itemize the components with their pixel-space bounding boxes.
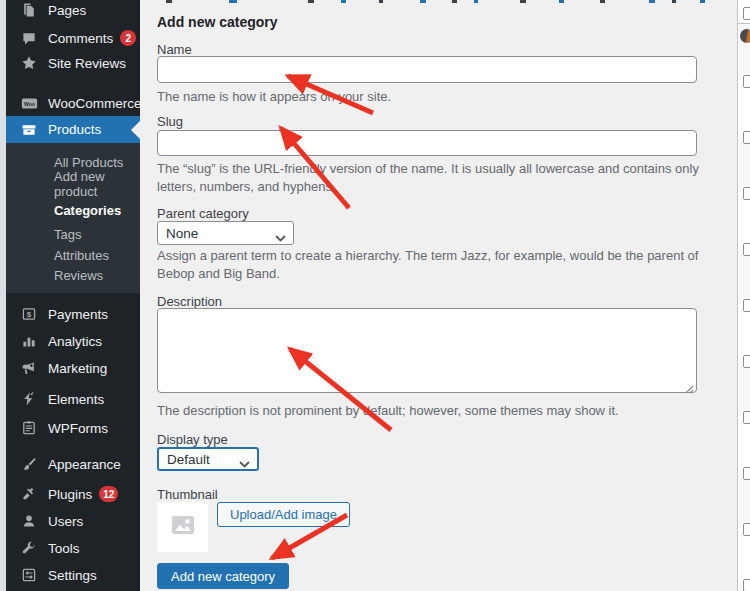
sidebar-item-users[interactable]: Users bbox=[6, 507, 140, 535]
sidebar-item-tools[interactable]: Tools bbox=[6, 534, 140, 562]
description-textarea[interactable] bbox=[157, 308, 697, 393]
active-item-notch bbox=[131, 121, 140, 139]
sidebar-item-label: Tools bbox=[48, 541, 80, 556]
clipped-text-fragment bbox=[672, 0, 676, 3]
sidebar-item-site-reviews[interactable]: Site Reviews bbox=[6, 49, 140, 77]
clipped-text-fragment bbox=[166, 0, 172, 3]
name-help-text: The name is how it appears on your site. bbox=[157, 88, 699, 106]
comments-count-badge: 2 bbox=[120, 30, 136, 46]
clipped-text-fragment bbox=[474, 0, 478, 3]
slug-help-text: The “slug” is the URL-friendly version o… bbox=[157, 160, 699, 196]
user-icon bbox=[20, 512, 38, 530]
sidebar-item-settings[interactable]: Settings bbox=[6, 561, 140, 589]
name-input[interactable] bbox=[157, 56, 697, 83]
clipped-text-fragment bbox=[600, 0, 605, 3]
parent-help-text: Assign a parent term to create a hierarc… bbox=[157, 247, 699, 283]
thumbnail-label: Thumbnail bbox=[157, 487, 218, 502]
clipped-text-fragment bbox=[700, 0, 705, 3]
marketing-icon bbox=[20, 359, 38, 377]
plugins-count-badge: 12 bbox=[99, 486, 118, 502]
sidebar-item-label: WPForms bbox=[48, 421, 108, 436]
slug-label: Slug bbox=[157, 114, 183, 129]
wpforms-icon bbox=[20, 419, 38, 437]
sidebar-item-label: Payments bbox=[48, 307, 108, 322]
sidebar-item-add-new-product[interactable]: Add new product bbox=[6, 174, 140, 194]
sidebar-item-label: Plugins bbox=[48, 487, 92, 502]
row-checkbox[interactable] bbox=[743, 243, 750, 256]
sidebar-item-label: Marketing bbox=[48, 361, 107, 376]
sidebar-item-tags[interactable]: Tags bbox=[6, 224, 140, 244]
description-help-text: The description is not prominent by defa… bbox=[157, 402, 699, 420]
table-header-border bbox=[738, 23, 750, 24]
clipped-text-fragment bbox=[229, 0, 237, 3]
svg-text:$: $ bbox=[27, 310, 32, 319]
settings-sliders-icon bbox=[20, 566, 38, 584]
sidebar-item-analytics[interactable]: Analytics bbox=[6, 327, 140, 355]
sidebar-item-label: Analytics bbox=[48, 334, 102, 349]
clipped-text-fragment bbox=[379, 0, 383, 3]
sidebar-item-pages[interactable]: Pages bbox=[6, 0, 140, 24]
upload-add-image-button[interactable]: Upload/Add image bbox=[217, 502, 350, 527]
sidebar-item-label: Pages bbox=[48, 3, 86, 18]
slug-input[interactable] bbox=[157, 130, 697, 156]
parent-category-select[interactable]: None bbox=[157, 221, 294, 245]
row-checkbox[interactable] bbox=[743, 579, 750, 591]
admin-sidebar: Pages Comments 2 Site Reviews Woo WooCom… bbox=[6, 0, 140, 591]
elements-icon bbox=[20, 390, 38, 408]
sidebar-item-label: Elements bbox=[48, 392, 104, 407]
row-checkbox[interactable] bbox=[743, 7, 750, 20]
description-label: Description bbox=[157, 294, 222, 309]
categories-table-clipped bbox=[737, 0, 750, 591]
sidebar-item-categories[interactable]: Categories bbox=[6, 200, 140, 220]
chevron-down-icon bbox=[275, 230, 286, 245]
row-checkbox[interactable] bbox=[743, 411, 750, 424]
sidebar-item-products[interactable]: Products bbox=[6, 116, 140, 143]
row-checkbox[interactable] bbox=[743, 299, 750, 312]
products-submenu: All Products Add new product Categories … bbox=[6, 143, 140, 293]
row-checkbox[interactable] bbox=[743, 75, 750, 88]
payments-icon: $ bbox=[20, 305, 38, 323]
page-title: Add new category bbox=[157, 14, 278, 30]
paintbrush-icon bbox=[20, 455, 38, 473]
add-new-category-button[interactable]: Add new category bbox=[157, 563, 289, 589]
display-type-label: Display type bbox=[157, 432, 228, 447]
row-checkbox[interactable] bbox=[743, 467, 750, 480]
chevron-down-icon bbox=[239, 456, 250, 471]
sidebar-item-marketing[interactable]: Marketing bbox=[6, 354, 140, 382]
sidebar-item-attributes[interactable]: Attributes bbox=[6, 245, 140, 265]
clipped-text-fragment bbox=[520, 0, 526, 3]
resize-handle-icon[interactable] bbox=[684, 380, 694, 390]
category-thumbnail-dot bbox=[740, 29, 750, 43]
sidebar-item-appearance[interactable]: Appearance bbox=[6, 450, 140, 478]
star-icon bbox=[20, 54, 38, 72]
comments-icon bbox=[20, 29, 38, 47]
sidebar-item-label: Settings bbox=[48, 568, 97, 583]
svg-text:Woo: Woo bbox=[24, 101, 35, 107]
sidebar-item-label: WooCommerce bbox=[48, 96, 142, 111]
wordpress-admin-screen: Pages Comments 2 Site Reviews Woo WooCom… bbox=[0, 0, 750, 591]
row-checkbox[interactable] bbox=[743, 523, 750, 536]
products-icon bbox=[20, 121, 38, 139]
sidebar-item-woocommerce[interactable]: Woo WooCommerce bbox=[6, 89, 140, 117]
row-checkbox[interactable] bbox=[743, 355, 750, 368]
clipped-text-fragment bbox=[559, 0, 564, 3]
sidebar-item-label: Products bbox=[48, 122, 101, 137]
sidebar-item-reviews[interactable]: Reviews bbox=[6, 265, 140, 285]
clipped-text-fragment bbox=[649, 0, 655, 3]
display-type-select[interactable]: Default bbox=[157, 447, 259, 471]
sidebar-item-label: Users bbox=[48, 514, 83, 529]
clipped-text-fragment bbox=[452, 0, 457, 3]
sidebar-item-comments[interactable]: Comments 2 bbox=[6, 24, 140, 52]
image-placeholder-icon bbox=[171, 515, 195, 539]
sidebar-item-wpforms[interactable]: WPForms bbox=[6, 414, 140, 442]
sidebar-item-label: Appearance bbox=[48, 457, 121, 472]
clipped-text-fragment bbox=[420, 0, 426, 3]
pages-icon bbox=[20, 1, 38, 19]
row-checkbox[interactable] bbox=[743, 131, 750, 144]
clipped-text-fragment bbox=[308, 0, 314, 3]
name-label: Name bbox=[157, 42, 192, 57]
sidebar-item-payments[interactable]: $ Payments bbox=[6, 300, 140, 328]
sidebar-item-elements[interactable]: Elements bbox=[6, 385, 140, 413]
row-checkbox[interactable] bbox=[743, 187, 750, 200]
sidebar-item-plugins[interactable]: Plugins 12 bbox=[6, 480, 140, 508]
